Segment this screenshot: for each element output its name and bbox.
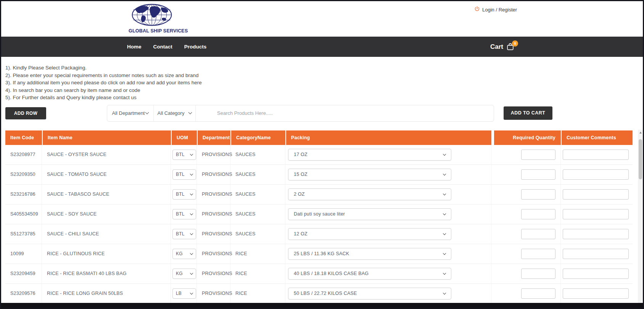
category-filter-select[interactable]: All Category — [154, 105, 196, 121]
chevron-down-icon — [190, 291, 193, 295]
packing-select[interactable]: 2 OZ — [288, 188, 451, 200]
chevron-down-icon — [443, 232, 446, 235]
chevron-down-icon — [443, 172, 446, 175]
table-row: S405534509 SAUCE - SOY SAUCE BTL PROVISI… — [5, 204, 633, 224]
item-code-cell: S23209576 — [5, 284, 42, 303]
packing-select-value: 40 LBS / 18.18 KILOS CASE BAG — [294, 271, 369, 276]
category-cell: RICE — [230, 244, 285, 264]
column-header-packing: Packing — [285, 130, 491, 145]
category-cell: SAUCES — [230, 145, 285, 164]
required-quantity-input[interactable] — [521, 288, 555, 299]
uom-select[interactable]: BTL — [172, 169, 196, 180]
nav-item-contact[interactable]: Contact — [153, 44, 172, 50]
customer-comments-cell — [561, 204, 633, 224]
packing-select[interactable]: 15 OZ — [288, 169, 451, 180]
login-register-link[interactable]: Login / Register — [474, 6, 517, 13]
instruction-line: 1). Kindly Please Select Packaging. — [5, 64, 643, 72]
department-filter-select[interactable]: All Department — [107, 105, 154, 121]
chevron-down-icon — [443, 192, 446, 195]
required-quantity-input[interactable] — [521, 249, 555, 259]
uom-select[interactable]: BTL — [172, 150, 196, 160]
department-cell: PROVISIONS — [197, 224, 230, 244]
packing-select-value: 50 LBS / 22.72 KILOS CASE — [294, 291, 357, 296]
item-name-cell: SAUCE - TOMATO SAUCE — [42, 165, 171, 184]
scrollbar-up-arrow[interactable] — [638, 130, 643, 135]
add-row-button[interactable]: ADD ROW — [5, 107, 46, 119]
packing-select[interactable]: Dati puti soy sauce liter — [288, 208, 451, 220]
packing-cell: 15 OZ — [285, 165, 491, 184]
category-cell: RICE — [230, 264, 285, 283]
chevron-down-icon — [190, 212, 193, 215]
required-quantity-cell — [491, 284, 561, 303]
customer-comments-input[interactable] — [563, 169, 629, 180]
item-code-cell: 10099 — [5, 244, 42, 264]
required-quantity-input[interactable] — [521, 269, 555, 279]
department-cell: PROVISIONS — [197, 264, 230, 283]
toolbar: ADD ROW All Department All Category ADD … — [1, 105, 643, 122]
search-input[interactable] — [196, 105, 494, 121]
site-header: GLOBAL SHIP SERVICES Login / Register — [1, 1, 643, 37]
column-header-categoryname: CategoryName — [230, 130, 285, 145]
nav-item-products[interactable]: Products — [184, 44, 207, 50]
chevron-down-icon — [190, 252, 193, 255]
uom-select-value: LB — [176, 291, 182, 296]
item-name-cell: RICE - GLUTINOUS RICE — [42, 244, 171, 264]
packing-select[interactable]: 12 OZ — [288, 228, 451, 240]
chevron-down-icon — [190, 172, 193, 175]
cart-button[interactable]: Cart 0 — [490, 37, 515, 57]
required-quantity-cell — [491, 244, 561, 264]
customer-comments-input[interactable] — [563, 249, 629, 259]
packing-select[interactable]: 17 OZ — [288, 149, 451, 161]
packing-select[interactable]: 25 LBS / 11.36 KG SACK — [288, 248, 451, 260]
required-quantity-input[interactable] — [521, 209, 555, 219]
cart-label: Cart — [490, 43, 503, 51]
uom-cell: KG — [171, 264, 197, 283]
item-name-cell: SAUCE - TABASCO SAUCE — [42, 185, 171, 204]
instructions: 1). Kindly Please Select Packaging. 2). … — [1, 57, 643, 101]
uom-select[interactable]: BTL — [172, 209, 196, 219]
customer-comments-input[interactable] — [563, 269, 629, 279]
instruction-line: 5). For Further details and Query kindly… — [5, 94, 643, 101]
packing-select[interactable]: 40 LBS / 18.18 KILOS CASE BAG — [288, 268, 451, 280]
customer-comments-input[interactable] — [563, 288, 629, 299]
uom-select[interactable]: KG — [172, 249, 196, 259]
required-quantity-input[interactable] — [521, 150, 555, 160]
uom-select[interactable]: BTL — [172, 229, 196, 239]
table-row: S51273785 SAUCE - CHILI SAUCE BTL PROVIS… — [5, 224, 633, 244]
required-quantity-input[interactable] — [521, 169, 555, 180]
packing-cell: 25 LBS / 11.36 KG SACK — [285, 244, 491, 264]
table-row: S23208977 SAUCE - OYSTER SAUCE BTL PROVI… — [5, 145, 633, 165]
filter-search-box: All Department All Category — [107, 105, 494, 122]
uom-select-value: BTL — [176, 152, 185, 157]
table-row: S23209576 RICE - RICE LONG GRAIN 50LBS L… — [5, 284, 633, 304]
chevron-down-icon — [443, 153, 446, 156]
customer-comments-input[interactable] — [563, 150, 629, 160]
customer-comments-input[interactable] — [563, 189, 629, 200]
uom-cell: BTL — [171, 185, 197, 204]
uom-select[interactable]: BTL — [172, 189, 196, 200]
nav-links: Home Contact Products — [127, 44, 206, 50]
customer-comments-cell — [561, 185, 633, 204]
customer-comments-input[interactable] — [563, 229, 629, 239]
cart-bag-icon: 0 — [506, 42, 515, 52]
table-row: S23209459 RICE - RICE BASMATI 40 LBS BAG… — [5, 264, 633, 284]
packing-select-value: 25 LBS / 11.36 KG SACK — [294, 251, 349, 256]
nav-item-home[interactable]: Home — [127, 44, 142, 50]
category-cell: SAUCES — [230, 185, 285, 204]
required-quantity-input[interactable] — [521, 189, 555, 200]
table-scrollbar[interactable] — [638, 130, 643, 303]
main-content: 1). Kindly Please Select Packaging. 2). … — [1, 57, 643, 304]
customer-comments-cell — [561, 264, 633, 283]
uom-select[interactable]: LB — [172, 288, 196, 299]
customer-comments-input[interactable] — [563, 209, 629, 219]
column-header-customer-comments: Customer Comments — [561, 130, 633, 145]
category-cell: SAUCES — [230, 204, 285, 224]
required-quantity-cell — [491, 145, 561, 164]
add-to-cart-button[interactable]: ADD TO CART — [504, 106, 552, 120]
scrollbar-thumb[interactable] — [639, 139, 642, 179]
uom-select[interactable]: KG — [172, 269, 196, 279]
chevron-down-icon — [188, 111, 192, 114]
required-quantity-input[interactable] — [521, 229, 555, 239]
packing-select[interactable]: 50 LBS / 22.72 KILOS CASE — [288, 288, 451, 299]
packing-select-value: Dati puti soy sauce liter — [294, 211, 345, 217]
